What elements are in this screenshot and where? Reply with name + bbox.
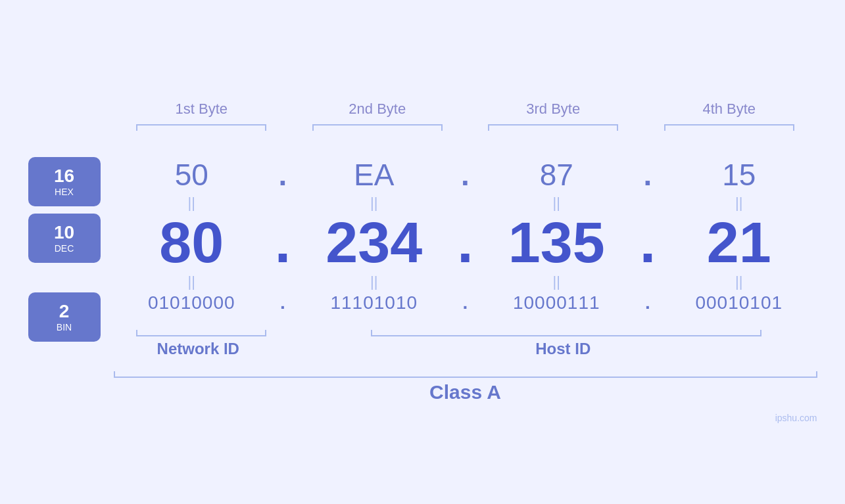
- class-bracket: [114, 368, 817, 378]
- bin-row-wrap: 2 BIN 01010000 . 11101010 . 10000111 . 0…: [28, 292, 817, 313]
- bracket-byte3: [472, 124, 635, 137]
- dec-byte2: 234: [296, 214, 452, 271]
- hex-dot1: .: [270, 157, 296, 193]
- hex-data-row: 50 . EA . 87 . 15: [28, 157, 817, 193]
- hex-base-number: 16: [54, 166, 74, 187]
- dec-dot2: .: [452, 214, 479, 271]
- dec-byte3: 135: [479, 214, 635, 271]
- class-bracket-row: [28, 368, 817, 378]
- eq1-b4: ||: [661, 196, 817, 210]
- dec-dot3: .: [635, 214, 661, 271]
- dec-data-row: 80 . 234 . 135 . 21: [28, 214, 817, 271]
- eq1-b1: ||: [114, 196, 270, 210]
- byte3-header: 3rd Byte: [466, 101, 642, 118]
- id-labels: Network ID Host ID: [28, 340, 817, 358]
- bin-dot3: .: [635, 292, 661, 313]
- bin-byte2: 11101010: [296, 292, 452, 313]
- eq1-b3: ||: [479, 196, 635, 210]
- top-brackets: [28, 124, 817, 137]
- bin-dot1: .: [270, 292, 296, 313]
- dec-row-wrap: 10 DEC 80 . 234 . 135 . 21: [28, 214, 817, 271]
- bin-byte1: 01010000: [114, 292, 270, 313]
- bin-byte3: 10000111: [479, 292, 635, 313]
- main-container: 1st Byte 2nd Byte 3rd Byte 4th Byte 16 H…: [28, 101, 817, 403]
- byte4-header: 4th Byte: [641, 101, 817, 118]
- dec-byte1: 80: [114, 214, 270, 271]
- dec-byte4: 21: [661, 214, 817, 271]
- hex-base-label: HEX: [55, 187, 74, 197]
- host-id-label: Host ID: [309, 340, 817, 358]
- bin-byte4: 00010101: [661, 292, 817, 313]
- dec-badge: 10 DEC: [28, 214, 101, 263]
- dec-dot1: .: [270, 214, 296, 271]
- hex-byte4: 15: [661, 157, 817, 193]
- eq1-b2: ||: [296, 196, 452, 210]
- hex-dot2: .: [452, 157, 479, 193]
- bracket-byte4: [648, 124, 811, 137]
- class-a-label: Class A: [429, 381, 501, 403]
- bin-base-label: BIN: [57, 322, 72, 332]
- network-id-label: Network ID: [114, 340, 283, 358]
- class-label-row: Class A: [28, 381, 817, 403]
- bin-badge: 2 BIN: [28, 292, 101, 342]
- hex-row-wrap: 16 HEX 50 . EA . 87 . 15: [28, 157, 817, 193]
- eq-row-1: || || || ||: [28, 196, 817, 210]
- eq2-b2: ||: [296, 275, 452, 289]
- byte2-header: 2nd Byte: [289, 101, 466, 118]
- bin-dot2: .: [452, 292, 479, 313]
- hex-byte3: 87: [479, 157, 635, 193]
- dec-base-number: 10: [54, 223, 74, 243]
- eq2-b1: ||: [114, 275, 270, 289]
- watermark: ipshu.com: [775, 413, 817, 423]
- network-bracket: [120, 327, 283, 336]
- hex-byte1: 50: [114, 157, 270, 193]
- bracket-byte1: [120, 124, 283, 137]
- bin-base-number: 2: [59, 302, 70, 322]
- id-brackets: [28, 327, 817, 336]
- hex-dot3: .: [635, 157, 661, 193]
- eq-row-2: || || || ||: [28, 275, 817, 289]
- bin-data-row: 01010000 . 11101010 . 10000111 . 0001010…: [28, 292, 817, 313]
- host-bracket: [322, 327, 811, 336]
- dec-base-label: DEC: [55, 243, 74, 254]
- byte1-header: 1st Byte: [114, 101, 290, 118]
- eq2-b4: ||: [661, 275, 817, 289]
- hex-badge: 16 HEX: [28, 157, 101, 206]
- hex-byte2: EA: [296, 157, 452, 193]
- bracket-byte2: [296, 124, 459, 137]
- eq2-b3: ||: [479, 275, 635, 289]
- byte-headers: 1st Byte 2nd Byte 3rd Byte 4th Byte: [28, 101, 817, 118]
